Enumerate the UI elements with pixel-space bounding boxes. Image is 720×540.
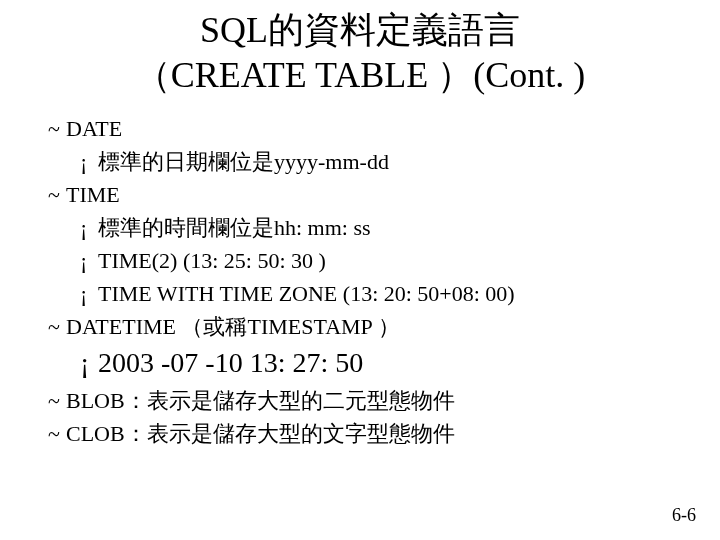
bullet-l1-icon: ~ — [48, 178, 66, 211]
bullet-l1-icon: ~ — [48, 112, 66, 145]
item-datetime-sub1: ¡ 2003 -07 -10 13: 27: 50 — [80, 343, 688, 384]
item-blob: ~ BLOB：表示是儲存大型的二元型態物件 — [48, 384, 688, 417]
bullet-l2-icon: ¡ — [80, 244, 98, 277]
item-date-sub1: ¡ 標準的日期欄位是yyyy-mm-dd — [80, 145, 688, 178]
bullet-l2-icon: ¡ — [80, 145, 98, 178]
bullet-l2-icon: ¡ — [80, 211, 98, 244]
bullet-l1-icon: ~ — [48, 384, 66, 417]
item-datetime-label: DATETIME （或稱TIMESTAMP ） — [66, 310, 400, 343]
item-datetime: ~ DATETIME （或稱TIMESTAMP ） — [48, 310, 688, 343]
bullet-l2-icon: ¡ — [80, 343, 98, 384]
item-time-sub1: ¡ 標準的時間欄位是hh: mm: ss — [80, 211, 688, 244]
item-date-sub1-text: 標準的日期欄位是yyyy-mm-dd — [98, 145, 389, 178]
item-time-sub2: ¡ TIME(2) (13: 25: 50: 30 ) — [80, 244, 688, 277]
item-time-sub3-text: TIME WITH TIME ZONE (13: 20: 50+08: 00) — [98, 277, 515, 310]
slide: SQL的資料定義語言 （CREATE TABLE ）(Cont. ) ~ DAT… — [0, 0, 720, 540]
item-time-sub2-text: TIME(2) (13: 25: 50: 30 ) — [98, 244, 326, 277]
title-line-1: SQL的資料定義語言 — [200, 10, 520, 50]
slide-title: SQL的資料定義語言 （CREATE TABLE ）(Cont. ) — [32, 8, 688, 98]
item-clob: ~ CLOB：表示是儲存大型的文字型態物件 — [48, 417, 688, 450]
slide-body: ~ DATE ¡ 標準的日期欄位是yyyy-mm-dd ~ TIME ¡ 標準的… — [32, 112, 688, 450]
item-date: ~ DATE — [48, 112, 688, 145]
bullet-l1-icon: ~ — [48, 417, 66, 450]
item-date-label: DATE — [66, 112, 122, 145]
item-datetime-sub1-text: 2003 -07 -10 13: 27: 50 — [98, 343, 363, 384]
page-number: 6-6 — [672, 505, 696, 526]
item-clob-label: CLOB：表示是儲存大型的文字型態物件 — [66, 417, 455, 450]
item-time-sub1-text: 標準的時間欄位是hh: mm: ss — [98, 211, 371, 244]
item-time: ~ TIME — [48, 178, 688, 211]
item-blob-label: BLOB：表示是儲存大型的二元型態物件 — [66, 384, 455, 417]
title-line-2: （CREATE TABLE ）(Cont. ) — [135, 55, 585, 95]
item-time-label: TIME — [66, 178, 120, 211]
item-time-sub3: ¡ TIME WITH TIME ZONE (13: 20: 50+08: 00… — [80, 277, 688, 310]
bullet-l1-icon: ~ — [48, 310, 66, 343]
bullet-l2-icon: ¡ — [80, 277, 98, 310]
